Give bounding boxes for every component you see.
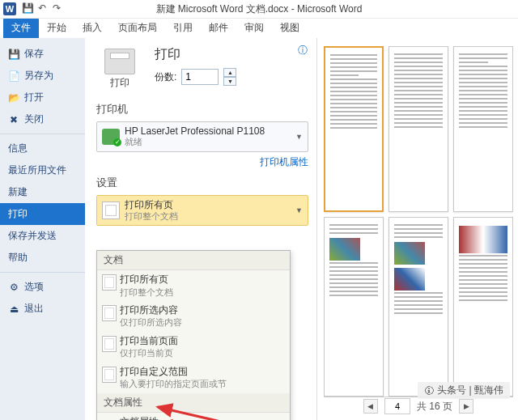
print-range-dropdown: 文档 打印所有页打印整个文档 打印所选内容仅打印所选内容 打印当前页面仅打印当前… [96,250,291,420]
sidebar-item-save[interactable]: 💾保存 [0,43,85,65]
settings-heading: 设置 [96,176,308,190]
sidebar-item-label: 退出 [24,302,44,316]
preview-status-bar: ◀ 共 16 页 ▶ [324,397,513,415]
sidebar-item-label: 选项 [24,280,44,294]
sidebar-item-label: 另存为 [24,69,53,83]
spin-down-icon[interactable]: ▼ [223,77,236,86]
tab-review[interactable]: 审阅 [236,18,272,38]
title-bar: W 💾 ↶ ↷ 新建 Microsoft Word 文档.docx - Micr… [0,0,518,19]
options-icon: ⚙ [8,282,19,293]
page-number-input[interactable] [384,398,410,414]
image-placeholder [459,226,507,253]
sidebar-item-label: 保存 [24,47,44,61]
dropdown-item-sub: 打印整个文档 [120,286,283,298]
page-thumbnail[interactable] [324,46,384,212]
print-button[interactable]: 打印 [96,45,143,94]
word-app-icon: W [3,2,16,15]
tab-view[interactable]: 视图 [272,18,308,38]
qat-undo-icon[interactable]: ↶ [36,2,49,15]
tab-references[interactable]: 引用 [165,18,201,38]
dropdown-item-selection[interactable]: 打印所选内容仅打印所选内容 [97,301,290,332]
page-icon [102,274,117,291]
tab-home[interactable]: 开始 [39,18,74,38]
print-range-selector[interactable]: 打印所有页 打印整个文档 ▼ [96,195,308,227]
dropdown-item-doc-props[interactable]: 文档属性属性和值的表格 [97,413,290,420]
print-range-sub: 打印整个文档 [125,211,178,223]
sidebar-item-print[interactable]: 打印 [0,203,85,225]
image-placeholder [394,242,425,265]
tab-mailings[interactable]: 邮件 [201,18,236,38]
dropdown-item-sub: 仅打印当前页 [120,347,283,358]
dropdown-item-title: 文档属性 [120,416,283,420]
sidebar-item-saveas[interactable]: 📄另存为 [0,65,85,87]
copies-spinner[interactable]: ▲▼ [223,68,236,86]
printer-heading: 打印机 [96,102,308,117]
printer-name: HP LaserJet Professional P1108 [125,125,265,137]
sidebar-item-exit[interactable]: ⏏退出 [0,298,85,320]
dropdown-item-all-pages[interactable]: 打印所有页打印整个文档 [97,270,290,301]
dropdown-item-sub: 仅打印所选内容 [120,316,283,328]
page-thumbnail[interactable] [324,217,384,397]
printer-properties-link[interactable]: 打印机属性 [96,155,308,169]
info-icon[interactable]: ⓘ [297,45,308,56]
page-total: 共 16 页 [417,400,452,414]
dropdown-item-title: 打印所选内容 [120,304,283,317]
sidebar-item-options[interactable]: ⚙选项 [0,276,85,298]
sidebar-item-label: 打印 [8,207,28,221]
prev-page-button[interactable]: ◀ [363,399,378,414]
tab-insert[interactable]: 插入 [74,18,110,38]
print-range-title: 打印所有页 [125,199,178,211]
sidebar-item-new[interactable]: 新建 [0,181,85,203]
printer-icon [104,49,135,74]
page-icon [102,336,117,352]
dropdown-item-custom-range[interactable]: 打印自定义范围输入要打印的指定页面或节 [97,363,290,393]
print-heading: 打印 [155,46,236,63]
dropdown-item-current-page[interactable]: 打印当前页面仅打印当前页 [97,332,290,363]
sidebar-item-label: 最近所用文件 [8,163,66,177]
page-icon [102,367,117,383]
pages-icon [102,202,120,219]
sidebar-item-open[interactable]: 📂打开 [0,87,85,108]
sidebar-item-label: 新建 [8,185,28,199]
dropdown-group-document: 文档 [97,251,290,270]
sidebar-item-label: 保存并发送 [8,229,57,243]
sidebar-item-info[interactable]: 信息 [0,138,85,159]
sidebar-item-label: 帮助 [8,251,28,265]
copies-input[interactable] [181,69,219,85]
print-button-label: 打印 [110,76,130,90]
tab-layout[interactable]: 页面布局 [110,18,165,38]
sidebar-item-help[interactable]: 帮助 [0,247,85,269]
dropdown-item-title: 打印所有页 [120,274,283,286]
quick-access-toolbar: 💾 ↶ ↷ [21,2,63,15]
save-icon: 💾 [8,49,19,60]
qat-save-icon[interactable]: 💾 [21,2,34,15]
print-preview-pane: ◀ 共 16 页 ▶ [317,38,518,420]
dropdown-item-title: 打印当前页面 [120,335,283,348]
page-thumbnail[interactable] [453,46,513,212]
page-thumbnail[interactable] [453,217,513,397]
backstage-sidebar: 💾保存 📄另存为 📂打开 ✖关闭 信息 最近所用文件 新建 打印 保存并发送 帮… [0,38,85,420]
next-page-button[interactable]: ▶ [459,399,473,414]
spin-up-icon[interactable]: ▲ [223,68,236,77]
window-title: 新建 Microsoft Word 文档.docx - Microsoft Wo… [156,2,363,16]
print-settings-pane: 打印 打印 份数: ▲▼ ⓘ 打印机 [85,38,317,420]
tab-file[interactable]: 文件 [3,18,39,38]
sidebar-item-label: 关闭 [24,112,44,126]
sidebar-item-close[interactable]: ✖关闭 [0,108,85,130]
sidebar-item-recent[interactable]: 最近所用文件 [0,159,85,181]
dropdown-item-title: 打印自定义范围 [120,366,283,379]
printer-status-icon [102,129,120,145]
watermark-text: 头条号 | 甄海伟 [437,384,503,397]
sidebar-item-save-send[interactable]: 保存并发送 [0,225,85,247]
qat-redo-icon[interactable]: ↷ [50,2,63,15]
dropdown-item-sub: 输入要打印的指定页面或节 [120,378,283,389]
printer-selector[interactable]: HP LaserJet Professional P1108 就绪 ▼ [96,121,308,152]
page-thumbnails [324,46,513,397]
sidebar-item-label: 打开 [24,91,44,104]
watermark-icon: 🛈 [424,385,434,397]
page-thumbnail[interactable] [388,217,448,397]
ribbon-tabs: 文件 开始 插入 页面布局 引用 邮件 审阅 视图 [0,19,518,38]
watermark: 🛈 头条号 | 甄海伟 [418,382,510,399]
page-thumbnail[interactable] [388,46,448,212]
copies-label: 份数: [155,70,176,84]
